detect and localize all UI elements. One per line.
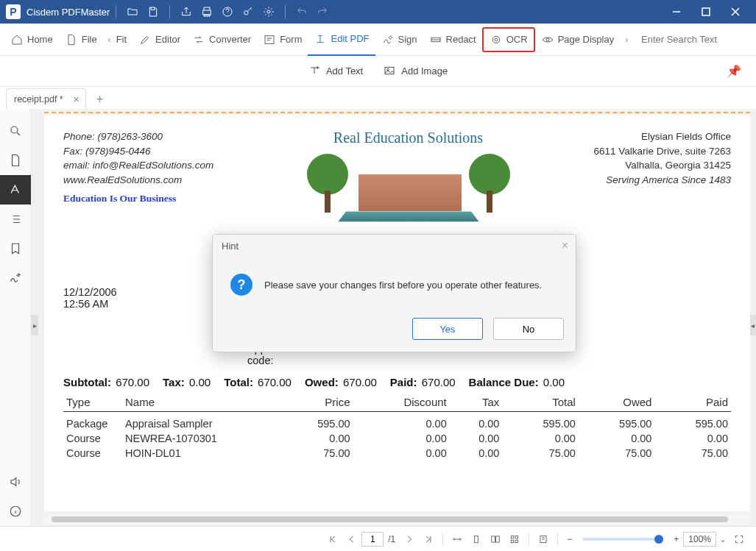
- tab-form[interactable]: Form: [257, 24, 308, 56]
- sub-toolbar: Add Text Add Image 📌: [0, 56, 756, 87]
- document-tab[interactable]: receipt.pdf * ×: [6, 88, 86, 109]
- no-button[interactable]: No: [493, 318, 564, 340]
- page-number-input[interactable]: [361, 532, 384, 547]
- svg-rect-19: [515, 540, 518, 543]
- document-tab-label: receipt.pdf *: [14, 94, 63, 104]
- open-icon[interactable]: [124, 3, 141, 21]
- tab-home[interactable]: Home: [4, 24, 59, 56]
- title-bar: P Cisdem PDFMaster: [0, 0, 756, 24]
- save-icon[interactable]: [144, 3, 162, 21]
- status-bar: /1 − + 100% ⌄: [0, 526, 756, 551]
- rail-sound-icon[interactable]: [0, 467, 31, 497]
- svg-point-1: [244, 11, 248, 15]
- table-row: PackageAppraisal Sampler595.000.000.0059…: [63, 412, 731, 432]
- fit-width-icon[interactable]: [448, 534, 467, 544]
- fullscreen-icon[interactable]: [729, 534, 749, 544]
- dialog-message: Please save your changes first before yo…: [264, 280, 542, 291]
- last-page-icon[interactable]: [419, 534, 438, 544]
- svg-point-6: [492, 36, 499, 43]
- zoom-out-icon[interactable]: −: [562, 534, 576, 544]
- share-icon[interactable]: [177, 3, 195, 21]
- prev-page-icon[interactable]: [342, 534, 361, 544]
- minimize-button[interactable]: [662, 0, 691, 24]
- svg-rect-18: [512, 540, 515, 543]
- close-window-button[interactable]: [721, 0, 750, 24]
- tab-editor[interactable]: Editor: [133, 24, 186, 56]
- table-row: CourseNEWREA-10703010.000.000.000.000.00…: [63, 431, 731, 446]
- question-icon: ?: [230, 274, 252, 296]
- rail-signature-icon[interactable]: [0, 263, 31, 293]
- tab-ocr[interactable]: OCR: [482, 27, 535, 52]
- maximize-button[interactable]: [691, 0, 721, 24]
- rail-info-icon[interactable]: [0, 497, 31, 526]
- undo-icon[interactable]: [293, 3, 311, 21]
- next-page-icon[interactable]: [400, 534, 419, 544]
- app-logo: P: [6, 4, 21, 19]
- tab-fit[interactable]: Fit: [116, 24, 133, 56]
- dialog-title: Hint ×: [213, 235, 576, 257]
- dialog-close-icon[interactable]: ×: [562, 239, 568, 252]
- layout-single-icon[interactable]: [467, 534, 486, 544]
- settings-icon[interactable]: [260, 3, 278, 21]
- rail-search-icon[interactable]: [0, 116, 31, 146]
- add-text-button[interactable]: Add Text: [298, 65, 373, 78]
- svg-rect-3: [702, 8, 710, 15]
- layout-grid-icon[interactable]: [505, 534, 524, 544]
- tab-page-display[interactable]: Page Display: [535, 24, 621, 56]
- close-tab-icon[interactable]: ×: [74, 93, 80, 105]
- main-toolbar: Home File ‹ Fit Editor Converter Form Ed…: [0, 24, 756, 56]
- svg-point-11: [11, 127, 18, 133]
- svg-rect-4: [265, 35, 274, 43]
- tab-converter[interactable]: Converter: [186, 24, 257, 56]
- letterhead-logo: Real Education Solutions: [247, 129, 569, 223]
- rail-text-icon[interactable]: [0, 175, 31, 205]
- svg-rect-15: [496, 536, 500, 541]
- letterhead-address: Elysian Fields Office 6611 Valkarie Driv…: [569, 129, 731, 223]
- totals-row: Subtotal: 670.00 Tax: 0.00 Total: 670.00…: [44, 370, 750, 391]
- zoom-value[interactable]: 100%: [683, 532, 716, 547]
- rail-bookmark-icon[interactable]: [0, 234, 31, 263]
- svg-point-7: [546, 38, 549, 41]
- tab-edit-pdf[interactable]: Edit PDF: [308, 24, 375, 56]
- svg-rect-16: [512, 536, 515, 538]
- zoom-in-icon[interactable]: +: [669, 534, 683, 544]
- letterhead-contact: Phone: (978)263-3600 Fax: (978)945-0446 …: [63, 129, 247, 223]
- add-image-button[interactable]: Add Image: [373, 65, 458, 78]
- rail-list-icon[interactable]: [0, 205, 31, 234]
- redo-icon[interactable]: [314, 3, 331, 21]
- zoom-slider[interactable]: [582, 538, 663, 541]
- table-row: CourseHOIN-DL0175.000.000.0075.0075.0075…: [63, 446, 731, 461]
- tab-file[interactable]: File: [59, 24, 103, 56]
- first-page-icon[interactable]: [323, 534, 342, 544]
- search-input[interactable]: [641, 34, 744, 45]
- key-icon[interactable]: [239, 3, 257, 21]
- chevron-right-icon[interactable]: ›: [620, 34, 633, 45]
- svg-rect-14: [492, 536, 495, 541]
- yes-button[interactable]: Yes: [412, 318, 483, 340]
- svg-point-2: [267, 10, 270, 13]
- svg-rect-13: [475, 536, 478, 542]
- rail-page-icon[interactable]: [0, 146, 31, 175]
- svg-rect-17: [515, 536, 518, 538]
- add-tab-button[interactable]: +: [91, 90, 110, 109]
- pin-icon[interactable]: 📌: [727, 64, 741, 78]
- expand-left-handle[interactable]: ▸: [31, 315, 38, 335]
- layout-double-icon[interactable]: [486, 534, 505, 544]
- line-items-table: Type Name Price Discount Tax Total Owed …: [44, 391, 750, 461]
- chevron-left-icon[interactable]: ‹: [103, 34, 116, 45]
- left-rail: [0, 109, 31, 526]
- svg-rect-9: [385, 67, 394, 74]
- tab-redact[interactable]: Redact: [423, 24, 482, 56]
- horizontal-scrollbar[interactable]: [44, 514, 750, 525]
- page-total: /1: [384, 534, 400, 544]
- help-icon[interactable]: [219, 3, 236, 21]
- search-field[interactable]: [634, 34, 752, 45]
- hint-dialog: Hint × ? Please save your changes first …: [212, 234, 576, 352]
- read-mode-icon[interactable]: [534, 534, 553, 544]
- document-tabs: receipt.pdf * × +: [0, 87, 756, 109]
- tab-sign[interactable]: Sign: [375, 24, 423, 56]
- app-title: Cisdem PDFMaster: [27, 7, 110, 18]
- print-icon[interactable]: [198, 3, 216, 21]
